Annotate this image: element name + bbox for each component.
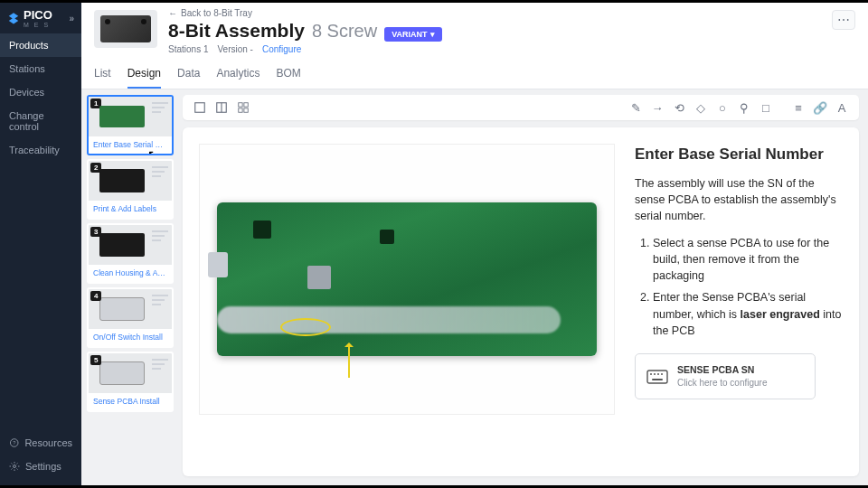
svg-text:?: ? — [13, 440, 15, 446]
tab-analytics[interactable]: Analytics — [216, 61, 259, 89]
step-card-4[interactable]: 4 On/Off Switch Install — [87, 287, 174, 348]
canvas: Enter Base Serial Number The assembly wi… — [183, 127, 859, 476]
nav-bottom: ? Resources Settings — [0, 431, 81, 485]
meta-stations: Stations 1 — [168, 44, 208, 54]
svg-rect-10 — [647, 371, 667, 383]
page-subtitle: 8 Screw — [312, 21, 377, 42]
configure-link[interactable]: Configure — [262, 44, 301, 54]
nav-resources[interactable]: ? Resources — [0, 431, 81, 455]
annotation-circle — [280, 318, 331, 336]
layout-grid-icon[interactable] — [235, 99, 251, 116]
brand-sub: M E S — [24, 22, 52, 28]
header-meta: Stations 1 Version - Configure — [168, 44, 442, 54]
circle-icon[interactable]: ○ — [714, 99, 731, 116]
attach-icon[interactable]: 🔗 — [812, 99, 828, 116]
step-card-5[interactable]: 5 Sense PCBA Install — [87, 352, 174, 412]
svg-rect-6 — [239, 103, 242, 107]
page-title: 8-Bit Assembly — [168, 20, 305, 42]
config-title: SENSE PCBA SN — [677, 363, 768, 377]
nav-main: Products Stations Devices Change control… — [0, 33, 81, 431]
nav-products[interactable]: Products — [0, 33, 81, 57]
step-label: Print & Add Labels — [89, 201, 172, 218]
instructions-intro: The assembly will use the SN of the sens… — [635, 175, 843, 224]
tabs: List Design Data Analytics BOM — [94, 61, 855, 89]
config-sub: Click here to configure — [677, 377, 768, 390]
instructions-heading: Enter Base Serial Number — [635, 144, 843, 166]
nav-stations[interactable]: Stations — [0, 57, 81, 80]
product-thumbnail — [94, 10, 157, 48]
instruction-item: Enter the Sense PCBA's serial number, wh… — [653, 289, 843, 338]
tab-data[interactable]: Data — [177, 61, 200, 89]
layout-split-icon[interactable] — [213, 99, 230, 116]
instructions-panel: Enter Base Serial Number The assembly wi… — [635, 144, 843, 460]
nav-settings[interactable]: Settings — [0, 455, 81, 478]
chevron-down-icon: ▾ — [430, 30, 435, 39]
nav-change-control[interactable]: Change control — [0, 104, 81, 138]
arrow-tool-icon[interactable]: → — [649, 99, 665, 116]
step-image — [199, 144, 615, 415]
tab-bom[interactable]: BOM — [276, 61, 300, 89]
back-link[interactable]: ← Back to 8-Bit Tray — [168, 8, 442, 18]
canvas-toolbar: ✎ → ⟲ ◇ ○ ⚲ □ ≡ 🔗 A — [183, 95, 859, 120]
logo-icon — [7, 12, 20, 24]
variant-badge[interactable]: VARIANT ▾ — [384, 27, 441, 42]
header: ⋯ ← Back to 8-Bit Tray 8-Bit Assembly 8 … — [81, 3, 868, 89]
square-icon[interactable]: □ — [758, 99, 774, 116]
svg-rect-8 — [239, 108, 242, 112]
svg-rect-7 — [244, 103, 248, 107]
gear-icon — [9, 461, 20, 472]
step-card-2[interactable]: 2 Print & Add Labels — [87, 159, 174, 220]
pen-icon[interactable]: ✎ — [627, 99, 644, 116]
text-icon[interactable]: A — [834, 99, 850, 116]
step-list: 1 ↖ Enter Base Serial Number 2 Print & A… — [87, 95, 174, 476]
step-label: Sense PCBA Install — [89, 393, 172, 410]
annotation-arrow — [348, 343, 350, 378]
arrow-left-icon: ← — [168, 8, 177, 18]
tab-list[interactable]: List — [94, 61, 111, 89]
keyboard-icon — [646, 368, 668, 386]
step-label: On/Off Switch Install — [89, 329, 172, 346]
step-label: Clean Housing & Apply L... — [89, 265, 172, 282]
link-icon[interactable]: ⟲ — [671, 99, 687, 116]
sidebar: PICO M E S » Products Stations Devices C… — [0, 3, 81, 485]
nav-devices[interactable]: Devices — [0, 80, 81, 104]
nav-traceability[interactable]: Traceability — [0, 138, 81, 162]
layout-single-icon[interactable] — [192, 99, 208, 116]
logo[interactable]: PICO M E S » — [0, 3, 81, 33]
list-icon[interactable]: ≡ — [790, 99, 807, 116]
pin-icon[interactable]: ⚲ — [736, 99, 752, 116]
tab-design[interactable]: Design — [127, 61, 161, 89]
more-button[interactable]: ⋯ — [832, 10, 855, 30]
svg-point-2 — [14, 465, 16, 468]
step-label: Enter Base Serial Number — [89, 136, 172, 154]
collapse-icon[interactable]: » — [69, 14, 74, 23]
configure-field-box[interactable]: SENSE PCBA SN Click here to configure — [635, 353, 816, 400]
step-card-1[interactable]: 1 ↖ Enter Base Serial Number — [87, 95, 174, 155]
step-card-3[interactable]: 3 Clean Housing & Apply L... — [87, 223, 174, 284]
instruction-item: Select a sense PCBA to use for the build… — [653, 235, 843, 284]
help-icon: ? — [9, 437, 19, 448]
svg-rect-9 — [244, 108, 248, 112]
svg-rect-3 — [195, 103, 205, 113]
highlight-icon[interactable]: ◇ — [693, 99, 709, 116]
brand-name: PICO — [24, 8, 52, 22]
meta-version: Version - — [217, 44, 252, 54]
